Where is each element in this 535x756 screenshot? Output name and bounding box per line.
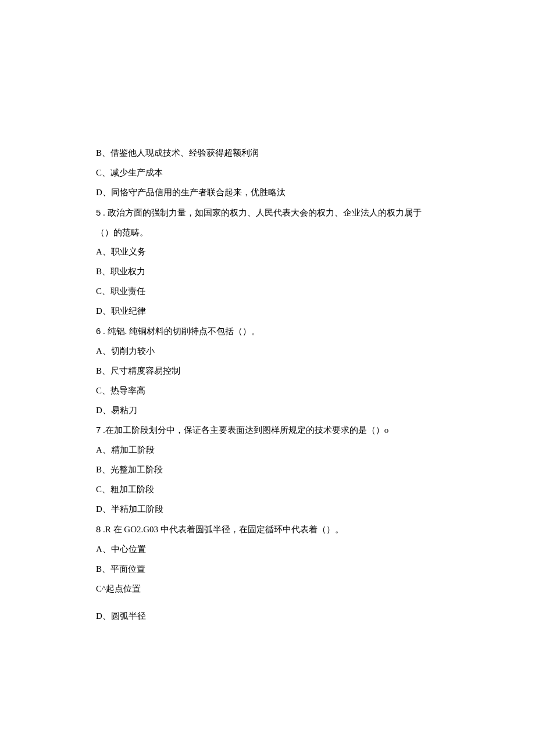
option-a: A、中心位置 [96, 540, 454, 560]
option-d: D、职业纪律 [96, 302, 454, 321]
option-b: B、借鉴他人现成技术、经验获得超额利润 [96, 144, 454, 163]
question-7: 7 .在加工阶段划分中，保证各主要表面达到图样所规定的技术要求的是（）o [96, 420, 454, 440]
question-text: . 纯铝. 纯铜材料的切削特点不包括（）。 [101, 327, 260, 336]
question-text: .R 在 GO2.G03 中代表着圆弧半径，在固定循环中代表着（）。 [101, 525, 344, 534]
option-c: C、职业责任 [96, 282, 454, 302]
option-c: C、粗加工阶段 [96, 480, 454, 500]
question-6: 6 . 纯铝. 纯铜材料的切削特点不包括（）。 [96, 321, 454, 342]
option-a: A、职业义务 [96, 242, 454, 262]
option-d: D、同恪守产品信用的生产者联合起来，优胜略汰 [96, 183, 454, 203]
option-b: B、尺寸精度容易控制 [96, 361, 454, 381]
option-c: C、热导率高 [96, 381, 454, 401]
question-5: 5 . 政治方面的强制力量，如国家的权力、人民代表大会的权力、企业法人的权力属于 [96, 203, 454, 223]
question-8: 8 .R 在 GO2.G03 中代表着圆弧半径，在固定循环中代表着（）。 [96, 519, 454, 540]
option-b: B、职业权力 [96, 262, 454, 282]
option-a: A、精加工阶段 [96, 440, 454, 460]
option-b: B、平面位置 [96, 560, 454, 579]
option-b: B、光整加工阶段 [96, 460, 454, 480]
question-5-cont: （）的范畴。 [96, 223, 454, 243]
question-text: .在加工阶段划分中，保证各主要表面达到图样所规定的技术要求的是（）o [101, 425, 388, 435]
option-d: D、易粘刀 [96, 401, 454, 421]
option-c: C^起点位置 [96, 579, 454, 599]
option-d: D、半精加工阶段 [96, 500, 454, 519]
option-d: D、圆弧半径 [96, 607, 454, 626]
option-a: A、切削力较小 [96, 342, 454, 361]
question-text: . 政治方面的强制力量，如国家的权力、人民代表大会的权力、企业法人的权力属于 [101, 208, 421, 217]
option-c: C、减少生产成本 [96, 163, 454, 183]
